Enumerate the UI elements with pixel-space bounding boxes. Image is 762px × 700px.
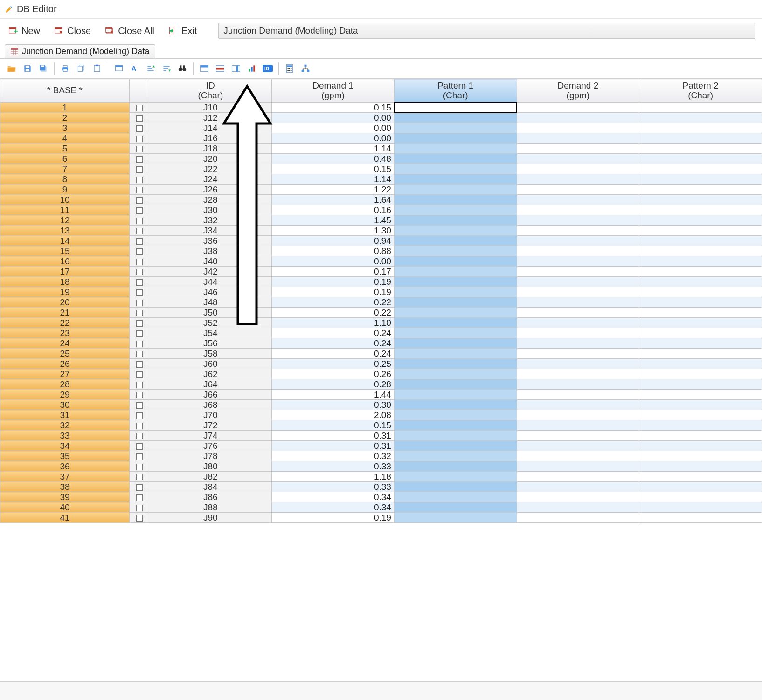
row-checkbox-cell[interactable] xyxy=(129,400,149,410)
table-row[interactable]: 28J640.28 xyxy=(0,379,762,390)
row-checkbox-cell[interactable] xyxy=(129,431,149,441)
demand1-cell[interactable]: 0.33 xyxy=(272,482,395,492)
pattern1-cell[interactable] xyxy=(394,256,517,267)
row-number-cell[interactable]: 11 xyxy=(0,205,130,215)
checkbox-icon[interactable] xyxy=(136,238,143,245)
checkbox-icon[interactable] xyxy=(136,310,143,316)
pattern1-cell[interactable] xyxy=(394,359,517,369)
table-row[interactable]: 33J740.31 xyxy=(0,431,762,441)
pattern2-cell[interactable] xyxy=(639,154,762,164)
row-number-cell[interactable]: 1 xyxy=(0,103,130,113)
pattern2-cell[interactable] xyxy=(639,461,762,472)
demand1-cell[interactable]: 0.30 xyxy=(272,400,395,410)
table-row[interactable]: 6J200.48 xyxy=(0,154,762,164)
row-checkbox-cell[interactable] xyxy=(129,308,149,318)
table-row[interactable]: 36J800.33 xyxy=(0,461,762,472)
checkbox-icon[interactable] xyxy=(136,105,143,111)
id-cell[interactable]: J18 xyxy=(149,144,272,154)
demand2-cell[interactable] xyxy=(517,431,639,441)
row-checkbox-cell[interactable] xyxy=(129,482,149,492)
demand1-cell[interactable]: 2.08 xyxy=(272,410,395,420)
table-row[interactable]: 21J500.22 xyxy=(0,308,762,318)
context-dropdown[interactable] xyxy=(218,23,755,39)
row-number-cell[interactable]: 2 xyxy=(0,113,130,123)
demand2-cell[interactable] xyxy=(517,318,639,328)
table-row[interactable]: 10J281.64 xyxy=(0,195,762,205)
demand2-cell[interactable] xyxy=(517,338,639,349)
checkbox-icon[interactable] xyxy=(136,136,143,142)
pattern1-cell[interactable] xyxy=(394,195,517,205)
pattern1-cell[interactable] xyxy=(394,185,517,195)
demand1-cell[interactable]: 0.28 xyxy=(272,379,395,390)
demand1-cell[interactable]: 1.44 xyxy=(272,390,395,400)
font-button[interactable]: A xyxy=(128,62,142,75)
demand1-cell[interactable]: 1.14 xyxy=(272,144,395,154)
chart-button[interactable] xyxy=(245,62,259,75)
demand1-cell[interactable]: 0.31 xyxy=(272,441,395,451)
pattern1-cell[interactable] xyxy=(394,420,517,431)
pattern2-cell[interactable] xyxy=(639,379,762,390)
demand1-cell[interactable]: 0.17 xyxy=(272,267,395,277)
pattern1-cell[interactable] xyxy=(394,154,517,164)
demand1-cell[interactable]: 0.22 xyxy=(272,308,395,318)
row-checkbox-cell[interactable] xyxy=(129,195,149,205)
id-cell[interactable]: J66 xyxy=(149,390,272,400)
row-checkbox-cell[interactable] xyxy=(129,287,149,297)
pattern1-cell[interactable] xyxy=(394,472,517,482)
pattern2-cell[interactable] xyxy=(639,103,762,113)
demand1-cell[interactable]: 0.19 xyxy=(272,277,395,287)
row-checkbox-cell[interactable] xyxy=(129,267,149,277)
header-demand2[interactable]: Demand 2(gpm) xyxy=(517,79,639,103)
table-row[interactable]: 24J560.24 xyxy=(0,338,762,349)
row-checkbox-cell[interactable] xyxy=(129,379,149,390)
id-cell[interactable]: J10 xyxy=(149,103,272,113)
table-row[interactable]: 11J300.16 xyxy=(0,205,762,215)
row-checkbox-cell[interactable] xyxy=(129,441,149,451)
demand1-cell[interactable]: 0.32 xyxy=(272,451,395,461)
id-cell[interactable]: J64 xyxy=(149,379,272,390)
demand2-cell[interactable] xyxy=(517,103,639,113)
row-number-cell[interactable]: 21 xyxy=(0,308,130,318)
table-row[interactable]: 27J620.26 xyxy=(0,369,762,379)
row-checkbox-cell[interactable] xyxy=(129,420,149,431)
row-checkbox-cell[interactable] xyxy=(129,328,149,338)
row-checkbox-cell[interactable] xyxy=(129,390,149,400)
table-row[interactable]: 41J900.19 xyxy=(0,513,762,523)
pattern1-cell[interactable] xyxy=(394,113,517,123)
id-cell[interactable]: J60 xyxy=(149,359,272,369)
checkbox-icon[interactable] xyxy=(136,177,143,183)
copy-button[interactable] xyxy=(74,62,88,75)
demand2-cell[interactable] xyxy=(517,328,639,338)
row-checkbox-cell[interactable] xyxy=(129,472,149,482)
demand2-cell[interactable] xyxy=(517,410,639,420)
demand1-cell[interactable]: 0.24 xyxy=(272,328,395,338)
demand2-cell[interactable] xyxy=(517,513,639,523)
sort-asc-button[interactable] xyxy=(144,62,158,75)
table-row[interactable]: 7J220.15 xyxy=(0,164,762,174)
checkbox-icon[interactable] xyxy=(136,494,143,501)
table-row[interactable]: 26J600.25 xyxy=(0,359,762,369)
pattern1-cell[interactable] xyxy=(394,461,517,472)
demand1-cell[interactable]: 1.64 xyxy=(272,195,395,205)
demand1-cell[interactable]: 1.30 xyxy=(272,226,395,236)
demand1-cell[interactable]: 0.94 xyxy=(272,236,395,246)
header-checkbox[interactable] xyxy=(129,79,149,103)
checkbox-icon[interactable] xyxy=(136,361,143,368)
tab-junction-demand[interactable]: Junction Demand (Modeling) Data xyxy=(5,44,155,58)
demand1-cell[interactable]: 0.15 xyxy=(272,103,395,113)
id-cell[interactable]: J12 xyxy=(149,113,272,123)
demand1-cell[interactable]: 1.45 xyxy=(272,215,395,226)
id-cell[interactable]: J36 xyxy=(149,236,272,246)
row-number-cell[interactable]: 15 xyxy=(0,246,130,256)
pattern1-cell[interactable] xyxy=(394,410,517,420)
row-number-cell[interactable]: 6 xyxy=(0,154,130,164)
pattern2-cell[interactable] xyxy=(639,195,762,205)
demand2-cell[interactable] xyxy=(517,482,639,492)
row-checkbox-cell[interactable] xyxy=(129,236,149,246)
demand2-cell[interactable] xyxy=(517,236,639,246)
id-cell[interactable]: J88 xyxy=(149,502,272,513)
pattern2-cell[interactable] xyxy=(639,246,762,256)
demand1-cell[interactable]: 0.16 xyxy=(272,205,395,215)
table-row[interactable]: 5J181.14 xyxy=(0,144,762,154)
demand2-cell[interactable] xyxy=(517,123,639,133)
